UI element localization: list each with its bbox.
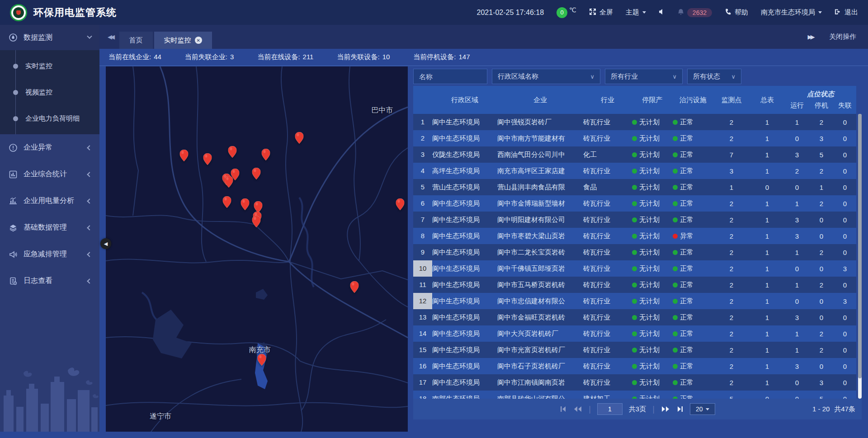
chevron-down-icon [818,11,822,14]
volume-button[interactable] [659,9,665,16]
layers-icon [8,223,18,233]
row-industry: 砖瓦行业 [583,216,632,224]
row-index: 7 [413,212,432,228]
map-pin-icon[interactable] [241,198,249,210]
table-row[interactable]: 7 阆中生态环境局 阆中明阳建材有限公司 砖瓦行业 无计划 正常 2 1 3 0… [413,212,856,228]
row-industry: 砖瓦行业 [583,362,632,371]
table-row[interactable]: 12 阆中生态环境局 阆中市忠信建材有限公 砖瓦行业 无计划 正常 2 1 0 … [413,293,856,309]
table-row[interactable]: 18 南部生态环境局 南部县砖华山河有限公 建材加工 无计划 正常 5 0 0 … [413,391,856,399]
org-label: 南充市生态环境局 [761,8,815,17]
table-row[interactable]: 15 阆中生态环境局 阆中市光富页岩机砖厂 砖瓦行业 无计划 正常 2 1 1 … [413,342,856,358]
tabs-scroll-right-icon[interactable]: ▶▶ [807,33,813,40]
sidebar-item-realtime-monitor[interactable]: 实时监控 [0,53,99,79]
sidebar-item-log-view[interactable]: 日志查看 [0,268,99,294]
table-row[interactable]: 16 阆中生态环境局 阆中市石子页岩机砖厂 砖瓦行业 无计划 正常 2 1 3 … [413,358,856,374]
table-row[interactable]: 6 阆中生态环境局 阆中市金博瑞新型墙材 砖瓦行业 无计划 正常 2 1 1 2… [413,195,856,212]
industry-filter-select[interactable]: 所有行业 ∨ [605,69,683,84]
stats-window-icon [8,170,18,179]
row-index: 10 [413,260,432,277]
close-icon[interactable]: ✕ [195,37,202,44]
table-row[interactable]: 9 阆中生态环境局 阆中市二龙长宝页岩砖 砖瓦行业 无计划 正常 2 1 1 2… [413,244,856,260]
map-pin-icon[interactable] [203,153,212,165]
last-page-button[interactable] [676,406,684,412]
help-button[interactable]: 帮助 [725,8,748,17]
table-row[interactable]: 1 阆中生态环境局 阆中强锐页岩砖厂 砖瓦行业 无计划 正常 2 1 1 2 0 [413,114,856,130]
theme-dropdown[interactable]: 主题 [626,8,646,17]
table-row[interactable]: 4 高坪生态环境局 南充市高坪区王家店建 砖瓦行业 无计划 正常 3 1 2 2… [413,163,856,179]
column-meter: 总表 [750,86,785,114]
table-row[interactable]: 17 阆中生态环境局 阆中市江南镇阆南页岩 砖瓦行业 无计划 正常 2 1 0 … [413,374,856,391]
table-row[interactable]: 13 阆中生态环境局 阆中市金福旺页岩机砖 砖瓦行业 无计划 正常 2 1 3 … [413,309,856,325]
tab-realtime-monitor[interactable]: 实时监控 ✕ [154,32,212,49]
row-facility: 正常 [673,216,713,224]
row-halt: 5 [809,395,834,399]
row-industry: 砖瓦行业 [583,118,632,127]
map-pin-icon[interactable] [224,176,233,188]
row-index: 2 [413,130,432,146]
stat-item: 当前失联企业: 3 [185,53,234,61]
prev-page-button[interactable] [573,406,582,412]
logout-button[interactable]: 退出 [835,8,858,17]
map-pin-icon[interactable] [180,150,189,161]
row-region: 阆中生态环境局 [432,264,497,273]
map-collapse-handle[interactable]: ◀ [100,238,111,249]
map-pin-icon[interactable] [295,132,304,144]
table-row[interactable]: 8 阆中生态环境局 阆中市枣碧大梁山页岩 砖瓦行业 无计划 异常 2 1 3 0… [413,228,856,244]
alerts-button[interactable]: 2632 [678,8,712,17]
map-pin-icon[interactable] [252,168,261,179]
map-pin-icon[interactable] [252,216,261,227]
sidebar-item-power-analysis[interactable]: 企业用电量分析 [0,188,99,214]
stat-item: 当前在线企业: 44 [108,53,161,61]
status-dot-icon [632,266,637,271]
status-dot-icon [632,331,637,336]
sidebar-item-power-load-detail[interactable]: 企业电力负荷明细 [0,105,99,132]
table-row[interactable]: 10 阆中生态环境局 阆中千佛镇五郎垭页岩 砖瓦行业 无计划 正常 2 1 0 … [413,260,856,277]
table-row[interactable]: 5 营山生态环境局 营山县润丰肉食品有限 食品 无计划 正常 1 0 0 1 0 [413,179,856,195]
name-filter-input[interactable] [419,73,481,80]
name-filter[interactable] [413,69,487,84]
table-row[interactable]: 14 阆中生态环境局 阆中大兴页岩机砖厂 砖瓦行业 无计划 正常 2 1 1 2… [413,325,856,342]
region-filter-select[interactable]: 行政区域名称 ∨ [492,69,600,84]
sidebar-item-emergency-reduction[interactable]: 应急减排管理 [0,241,99,268]
row-meter: 1 [750,330,785,338]
app-title: 环保用电监管系统 [33,6,117,19]
map-pin-icon[interactable] [396,198,404,210]
tabs-scroll-left-icon[interactable]: ◀◀ [108,33,113,40]
row-run: 0 [785,395,809,399]
row-company: 阆中强锐页岩砖厂 [497,118,583,127]
table-scrollbar[interactable] [858,114,862,399]
map-pin-icon[interactable] [222,196,231,208]
map-pin-icon[interactable] [228,146,236,158]
map-pin-icon[interactable] [350,281,359,293]
sidebar-item-base-data[interactable]: 基础数据管理 [0,214,99,241]
table-row[interactable]: 3 仪陇生态环境局 西南油气田分公司川中 化工 无计划 正常 7 1 3 5 0 [413,146,856,163]
org-dropdown[interactable]: 南充市生态环境局 [761,8,822,17]
first-page-button[interactable] [560,406,567,412]
status-filter-select[interactable]: 所有状态 ∨ [687,69,741,84]
row-company: 阆中市江南镇阆南页岩 [497,378,583,387]
sidebar-item-data-monitor[interactable]: 数据监测 [0,25,99,50]
page-number-input[interactable] [597,403,623,415]
table-row[interactable]: 2 阆中生态环境局 阆中市南方节能建材有 砖瓦行业 无计划 正常 2 1 0 3… [413,130,856,146]
map-pin-icon[interactable] [262,149,270,160]
row-run: 3 [785,216,809,224]
page-size-select[interactable]: 20 [690,403,715,415]
row-stop: 无计划 [632,297,673,306]
map-panel[interactable]: 巴中市南充市遂宁市 [106,66,408,432]
help-label: 帮助 [735,8,748,17]
tab-home[interactable]: 首页 [119,32,153,49]
fullscreen-button[interactable]: 全屏 [589,8,613,17]
city-label: 遂宁市 [150,412,171,421]
sidebar-item-enterprise-abnormal[interactable]: 企业异常 [0,134,99,161]
next-page-button[interactable] [661,406,670,412]
table-row[interactable]: 11 阆中生态环境局 阆中市五马桥页岩机砖 砖瓦行业 无计划 正常 2 1 1 … [413,277,856,293]
status-dot-icon [673,348,678,353]
close-operations-button[interactable]: 关闭操作 [829,33,856,41]
sidebar-item-video-monitor[interactable]: 视频监控 [0,79,99,105]
row-halt: 1 [809,184,834,191]
map-pin-icon[interactable] [257,354,266,366]
scrollbar-thumb[interactable] [858,114,862,378]
fullscreen-label: 全屏 [599,8,613,17]
sidebar-item-enterprise-stats[interactable]: 企业综合统计 [0,161,99,188]
row-region: 阆中生态环境局 [432,297,497,306]
